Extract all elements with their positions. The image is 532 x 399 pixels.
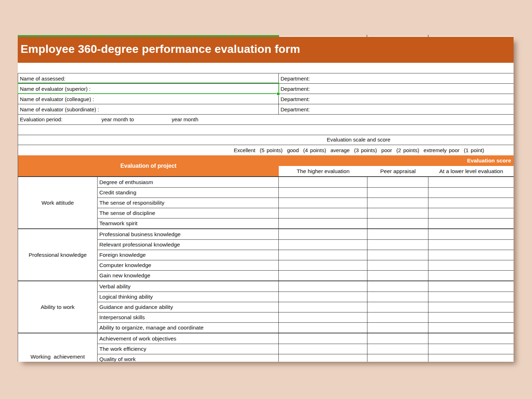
group-professional-knowledge: Professional knowledge Professional busi…	[18, 228, 514, 281]
criteria-cell[interactable]: Achievement of work objectives	[98, 333, 279, 344]
criteria-cell[interactable]: Quality of work	[98, 354, 279, 362]
score-cell[interactable]	[279, 292, 367, 302]
criteria-cell[interactable]: Interpersonal skills	[98, 312, 279, 322]
criteria-cell[interactable]: Verbal ability	[98, 281, 279, 292]
category-cell[interactable]: Work attitude	[18, 177, 98, 228]
category-label: Work attitude	[41, 200, 74, 206]
category-cell[interactable]: Professional knowledge	[18, 229, 98, 281]
score-cell[interactable]	[367, 198, 428, 208]
department-cell[interactable]: Department:	[279, 94, 514, 104]
form-title: Employee 360-degree performance evaluati…	[18, 37, 514, 56]
score-cell[interactable]	[428, 271, 514, 281]
score-cell[interactable]	[279, 240, 367, 250]
criteria-cell[interactable]: Logical thinking ability	[98, 292, 279, 302]
score-cell[interactable]	[367, 229, 428, 239]
table-row: Teamwork spirit	[98, 218, 514, 228]
score-cell[interactable]	[428, 177, 514, 187]
evaluator-colleague-cell[interactable]: Name of evaluator (colleague) :	[18, 94, 279, 104]
empty-row[interactable]	[18, 124, 514, 135]
info-row-evaluator-superior: Name of evaluator (superior) : Departmen…	[18, 83, 514, 94]
criteria-cell[interactable]: The work efficiency	[98, 344, 279, 354]
score-cell[interactable]	[279, 198, 367, 208]
category-cell[interactable]: Working achievement	[18, 333, 98, 362]
criteria-cell[interactable]: The sense of responsibility	[98, 198, 279, 208]
department-cell[interactable]: Department:	[279, 104, 514, 114]
score-cell[interactable]	[428, 198, 514, 208]
score-cell[interactable]	[367, 218, 428, 228]
period-to-label: year month	[172, 116, 198, 122]
score-cell[interactable]	[428, 260, 514, 270]
criteria-cell[interactable]: Degree of enthusiasm	[98, 177, 279, 187]
score-cell[interactable]	[428, 302, 514, 312]
criteria-label: The sense of discipline	[99, 210, 155, 216]
category-cell[interactable]: Ability to work	[18, 281, 98, 333]
evaluation-period-row[interactable]: Evaluation period: year month to year mo…	[18, 114, 514, 124]
criteria-cell[interactable]: The sense of discipline	[98, 208, 279, 218]
score-cell[interactable]	[428, 250, 514, 260]
score-cell[interactable]	[279, 271, 367, 281]
score-cell[interactable]	[367, 177, 428, 187]
score-cell[interactable]	[367, 250, 428, 260]
score-cell[interactable]	[367, 271, 428, 281]
score-cell[interactable]	[279, 260, 367, 270]
score-cell[interactable]	[279, 218, 367, 228]
score-cell[interactable]	[367, 333, 428, 344]
score-cell[interactable]	[279, 229, 367, 239]
column-lower-level-evaluation: At a lower level evaluation	[428, 166, 514, 176]
scale-values-row: Excellent (5 points) good (4 points) ave…	[18, 145, 514, 155]
assessed-name-cell[interactable]: Name of assessed:	[18, 73, 279, 83]
criteria-cell[interactable]: Ability to organize, manage and coordina…	[98, 323, 279, 333]
score-cell[interactable]	[279, 354, 367, 362]
table-row: Verbal ability	[98, 281, 514, 292]
score-cell[interactable]	[279, 188, 367, 198]
score-cell[interactable]	[279, 177, 367, 187]
criteria-cell[interactable]: Gain new knowledge	[98, 271, 279, 281]
department-cell[interactable]: Department:	[279, 84, 514, 94]
score-cell[interactable]	[428, 323, 514, 333]
evaluator-superior-cell[interactable]: Name of evaluator (superior) :	[18, 84, 279, 94]
criteria-cell[interactable]: Foreign knowledge	[98, 250, 279, 260]
score-cell[interactable]	[367, 188, 428, 198]
score-cell[interactable]	[279, 344, 367, 354]
score-cell[interactable]	[367, 312, 428, 322]
score-cell[interactable]	[279, 250, 367, 260]
score-cell[interactable]	[367, 344, 428, 354]
score-cell[interactable]	[428, 312, 514, 322]
criteria-cell[interactable]: Guidance and guidance ability	[98, 302, 279, 312]
score-cell[interactable]	[367, 240, 428, 250]
department-cell[interactable]: Department:	[279, 73, 514, 83]
score-cell[interactable]	[279, 281, 367, 292]
score-cell[interactable]	[279, 302, 367, 312]
score-cell[interactable]	[428, 188, 514, 198]
criteria-cell[interactable]: Credit standing	[98, 188, 279, 198]
score-cell[interactable]	[367, 292, 428, 302]
score-cell[interactable]	[428, 333, 514, 344]
score-cell[interactable]	[279, 312, 367, 322]
score-cell[interactable]	[367, 354, 428, 362]
table-row: Interpersonal skills	[98, 312, 514, 322]
criteria-cell[interactable]: Computer knowledge	[98, 260, 279, 270]
evaluator-subordinate-cell[interactable]: Name of evaluator (subordinate) :	[18, 104, 279, 114]
score-cell[interactable]	[367, 260, 428, 270]
score-cell[interactable]	[428, 218, 514, 228]
criteria-cell[interactable]: Professional business knowledge	[98, 229, 279, 239]
score-cell[interactable]	[367, 208, 428, 218]
score-cell[interactable]	[428, 240, 514, 250]
criteria-label: Quality of work	[99, 356, 136, 362]
criteria-cell[interactable]: Teamwork spirit	[98, 218, 279, 228]
score-cell[interactable]	[428, 354, 514, 362]
score-cell[interactable]	[428, 292, 514, 302]
criteria-cell[interactable]: Relevant professional knowledge	[98, 240, 279, 250]
table-row: Logical thinking ability	[98, 292, 514, 302]
score-cell[interactable]	[367, 302, 428, 312]
evaluator-colleague-label: Name of evaluator (colleague) :	[20, 96, 94, 102]
score-cell[interactable]	[367, 323, 428, 333]
score-cell[interactable]	[428, 344, 514, 354]
score-cell[interactable]	[367, 281, 428, 292]
score-cell[interactable]	[279, 333, 367, 344]
score-cell[interactable]	[279, 323, 367, 333]
score-cell[interactable]	[428, 229, 514, 239]
score-cell[interactable]	[279, 208, 367, 218]
score-cell[interactable]	[428, 208, 514, 218]
score-cell[interactable]	[428, 281, 514, 292]
